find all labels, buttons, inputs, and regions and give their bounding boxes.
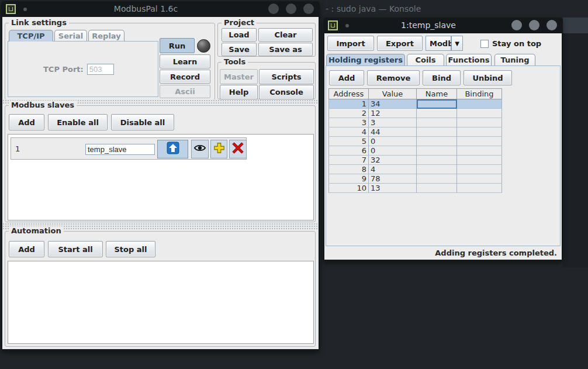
delete-slave-button[interactable] xyxy=(229,140,247,158)
table-row[interactable]: 732 xyxy=(328,156,502,165)
table-cell[interactable]: 10 xyxy=(328,184,369,193)
table-cell[interactable] xyxy=(417,174,457,184)
load-button[interactable]: Load xyxy=(222,28,257,42)
column-header-binding[interactable]: Binding xyxy=(457,88,502,99)
enable-all-button[interactable]: Enable all xyxy=(48,114,108,130)
tab-coils[interactable]: Coils xyxy=(407,54,444,65)
table-row[interactable]: 1013 xyxy=(328,184,502,193)
export-button[interactable]: Export xyxy=(377,36,423,51)
column-header-address[interactable]: Address xyxy=(328,88,369,99)
table-cell[interactable] xyxy=(457,118,502,127)
table-cell[interactable] xyxy=(417,184,457,193)
save-as-button[interactable]: Save as xyxy=(258,43,313,56)
table-cell[interactable] xyxy=(417,99,457,109)
table-cell[interactable] xyxy=(457,137,502,146)
run-button[interactable]: Run xyxy=(160,38,195,53)
tab-tcpip[interactable]: TCP/IP xyxy=(9,30,53,42)
enable-slave-button[interactable] xyxy=(157,140,188,158)
table-cell[interactable]: 6 xyxy=(328,146,369,156)
table-cell[interactable]: 0 xyxy=(369,146,417,156)
modbuspal-titlebar[interactable]: ModbusPal 1.6c xyxy=(1,1,320,17)
add-register-button[interactable]: Add xyxy=(329,70,364,85)
table-row[interactable]: 212 xyxy=(328,109,502,118)
table-cell[interactable] xyxy=(457,127,502,137)
column-header-name[interactable]: Name xyxy=(417,88,457,99)
unbind-button[interactable]: Unbind xyxy=(464,70,512,85)
save-button[interactable]: Save xyxy=(222,43,257,56)
table-row[interactable]: 134 xyxy=(328,99,502,109)
bind-button[interactable]: Bind xyxy=(423,70,461,85)
minimize-button[interactable] xyxy=(511,20,522,30)
table-cell[interactable]: 9 xyxy=(328,174,369,184)
stay-on-top-checkbox[interactable] xyxy=(480,40,489,48)
table-cell[interactable]: 3 xyxy=(328,118,369,127)
table-cell[interactable]: 7 xyxy=(328,156,369,165)
table-row[interactable]: 444 xyxy=(328,127,502,137)
table-row[interactable]: 33 xyxy=(328,118,502,127)
table-cell[interactable] xyxy=(417,156,457,165)
chevron-down-icon[interactable]: ▼ xyxy=(451,36,463,51)
table-cell[interactable]: 44 xyxy=(369,127,417,137)
close-button[interactable] xyxy=(547,20,557,30)
table-cell[interactable] xyxy=(457,174,502,184)
table-cell[interactable] xyxy=(457,184,502,193)
record-button[interactable]: Record xyxy=(160,70,210,84)
table-cell[interactable]: 5 xyxy=(328,137,369,146)
tab-tuning[interactable]: Tuning xyxy=(494,54,535,65)
table-cell[interactable] xyxy=(417,127,457,137)
maximize-button[interactable] xyxy=(529,20,539,30)
table-row[interactable]: 84 xyxy=(328,165,502,174)
table-cell[interactable]: 32 xyxy=(369,156,417,165)
minimize-button[interactable] xyxy=(268,4,279,14)
table-cell[interactable] xyxy=(417,137,457,146)
tab-functions[interactable]: Functions xyxy=(446,54,492,65)
slave-window-titlebar[interactable]: 1:temp_slave xyxy=(323,18,563,33)
table-cell[interactable]: 8 xyxy=(328,165,369,174)
table-cell[interactable] xyxy=(457,165,502,174)
tcp-port-input[interactable] xyxy=(87,64,114,75)
scripts-button[interactable]: Scripts xyxy=(259,69,314,84)
start-all-button[interactable]: Start all xyxy=(48,241,103,257)
close-button[interactable] xyxy=(303,4,314,14)
table-cell[interactable]: 13 xyxy=(369,184,417,193)
import-button[interactable]: Import xyxy=(327,36,374,51)
table-cell[interactable] xyxy=(417,165,457,174)
stop-all-button[interactable]: Stop all xyxy=(106,241,155,257)
master-button[interactable]: Master xyxy=(220,69,258,84)
table-cell[interactable]: 2 xyxy=(328,109,369,118)
tab-serial[interactable]: Serial xyxy=(54,30,87,42)
table-cell[interactable]: 12 xyxy=(369,109,417,118)
table-cell[interactable]: 0 xyxy=(369,137,417,146)
maximize-button[interactable] xyxy=(286,4,296,14)
table-cell[interactable] xyxy=(457,109,502,118)
tab-replay[interactable]: Replay xyxy=(88,30,124,42)
table-cell[interactable] xyxy=(457,146,502,156)
table-cell[interactable] xyxy=(417,118,457,127)
remove-register-button[interactable]: Remove xyxy=(367,70,420,85)
ascii-button[interactable]: Ascii xyxy=(160,85,210,98)
add-slave-button[interactable]: Add xyxy=(9,114,44,130)
learn-button[interactable]: Learn xyxy=(160,54,210,68)
table-cell[interactable]: 4 xyxy=(328,127,369,137)
tab-holding-registers[interactable]: Holding registers xyxy=(326,54,405,65)
table-cell[interactable] xyxy=(417,146,457,156)
table-cell[interactable]: 3 xyxy=(369,118,417,127)
mode-select[interactable]: Modbus xyxy=(426,36,451,51)
help-button[interactable]: Help xyxy=(220,85,258,99)
table-row[interactable]: 50 xyxy=(328,137,502,146)
table-row[interactable]: 60 xyxy=(328,146,502,156)
table-cell[interactable] xyxy=(457,156,502,165)
table-cell[interactable]: 1 xyxy=(328,99,369,109)
clear-button[interactable]: Clear xyxy=(258,28,313,42)
table-cell[interactable]: 78 xyxy=(369,174,417,184)
stay-visible-button[interactable] xyxy=(191,140,209,158)
add-automation-button[interactable] xyxy=(210,140,227,158)
console-button[interactable]: Console xyxy=(259,85,314,99)
disable-all-button[interactable]: Disable all xyxy=(111,114,174,130)
column-header-value[interactable]: Value xyxy=(369,88,417,99)
table-cell[interactable]: 4 xyxy=(369,165,417,174)
slave-row[interactable]: 1 xyxy=(11,137,247,160)
add-automation-button[interactable]: Add xyxy=(9,241,44,257)
slave-name-input[interactable] xyxy=(85,144,155,155)
table-row[interactable]: 978 xyxy=(328,174,502,184)
